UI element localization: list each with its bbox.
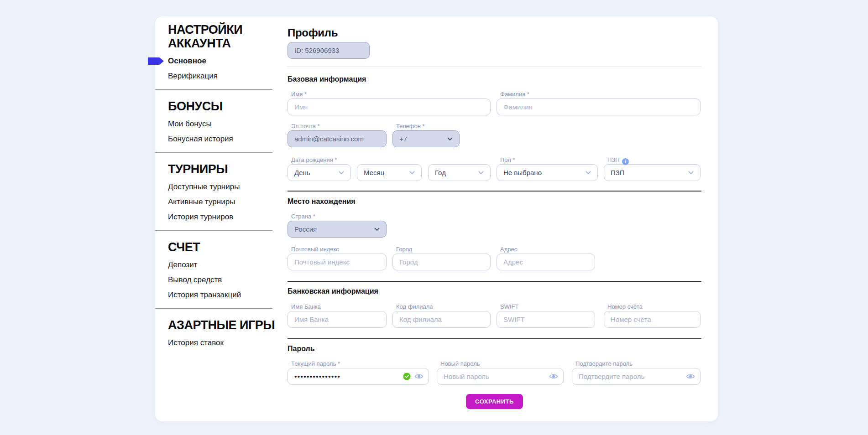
chevron-down-icon — [409, 171, 415, 175]
first-name-input[interactable] — [288, 98, 491, 115]
section-title-location: Место нахождения — [288, 197, 356, 206]
postal-code-input[interactable] — [288, 254, 387, 270]
country-select: Россия — [288, 221, 387, 238]
phone-label: Телефон * — [396, 123, 425, 129]
section-divider — [288, 191, 701, 192]
confirm-password-label: Подтвердите пароль — [575, 360, 633, 367]
gender-value: Не выбрано — [503, 169, 542, 176]
gender-select[interactable]: Не выбрано — [497, 164, 598, 181]
country-label: Страна * — [291, 213, 315, 220]
toggle-password-visibility-eye-icon[interactable] — [686, 373, 695, 379]
info-icon[interactable]: i — [622, 158, 629, 165]
section-divider — [288, 338, 701, 339]
pzp-select[interactable]: ПЗП — [604, 164, 701, 181]
phone-code-select: +7 — [392, 130, 460, 147]
phone-code-value: +7 — [399, 135, 407, 143]
save-button[interactable]: СОХРАНИТЬ — [466, 394, 523, 409]
confirm-password-input[interactable] — [572, 368, 701, 385]
city-label: Город — [396, 246, 412, 253]
address-label: Адрес — [500, 246, 517, 253]
branch-code-input[interactable] — [392, 311, 491, 328]
account-settings-card: НАСТРОЙКИ АККАУНТА Основное Верификация … — [155, 16, 718, 421]
chevron-down-icon — [478, 171, 484, 175]
valid-check-icon — [403, 373, 411, 380]
chevron-down-icon — [339, 171, 344, 175]
new-password-input[interactable] — [437, 368, 564, 385]
swift-label: SWIFT — [500, 303, 518, 310]
pzp-value: ПЗП — [611, 169, 625, 176]
section-divider — [288, 281, 701, 282]
birth-day-select[interactable]: День — [288, 164, 351, 181]
current-password-label: Текущий пароль * — [291, 360, 340, 367]
chevron-down-icon — [374, 228, 380, 231]
pzp-label: ПЗПi — [607, 156, 629, 165]
birth-date-label: Дата рождения * — [291, 156, 337, 163]
new-password-label: Новый пароль — [440, 360, 480, 367]
postal-code-label: Почтовый индекс — [291, 246, 339, 253]
birth-month-select[interactable]: Месяц — [357, 164, 422, 181]
bank-name-label: Имя Банка — [291, 303, 321, 310]
user-id-field — [288, 42, 370, 59]
account-number-input[interactable] — [604, 311, 701, 328]
country-value: Россия — [294, 225, 317, 233]
toggle-password-visibility-eye-icon[interactable] — [414, 373, 424, 379]
gender-label: Пол * — [500, 156, 515, 163]
last-name-label: Фамилия * — [500, 91, 529, 98]
birth-month-value: Месяц — [364, 169, 384, 176]
first-name-label: Имя * — [291, 91, 307, 98]
email-field — [288, 130, 387, 147]
toggle-password-visibility-eye-icon[interactable] — [549, 373, 558, 379]
section-title-password: Пароль — [288, 345, 315, 353]
divider — [288, 67, 701, 67]
address-input[interactable] — [497, 254, 595, 270]
page-title: Профиль — [288, 26, 338, 39]
pzp-label-text: ПЗП — [607, 156, 620, 163]
chevron-down-icon — [447, 137, 453, 141]
chevron-down-icon — [586, 171, 591, 175]
chevron-down-icon — [688, 171, 694, 175]
section-title-basic-info: Базовая информация — [288, 75, 366, 83]
profile-content: Профиль Базовая информация Имя * Фамилия… — [155, 16, 718, 421]
branch-code-label: Код филиала — [396, 303, 433, 310]
last-name-input[interactable] — [497, 98, 701, 115]
email-label: Эл.почта * — [291, 123, 320, 129]
section-title-bank-info: Банковская информация — [288, 287, 378, 295]
swift-input[interactable] — [497, 311, 595, 328]
city-input[interactable] — [392, 254, 491, 270]
birth-day-value: День — [294, 169, 310, 176]
birth-year-value: Год — [435, 169, 446, 176]
bank-name-input[interactable] — [288, 311, 387, 328]
account-number-label: Номер счёта — [607, 303, 643, 310]
birth-year-select[interactable]: Год — [428, 164, 491, 181]
